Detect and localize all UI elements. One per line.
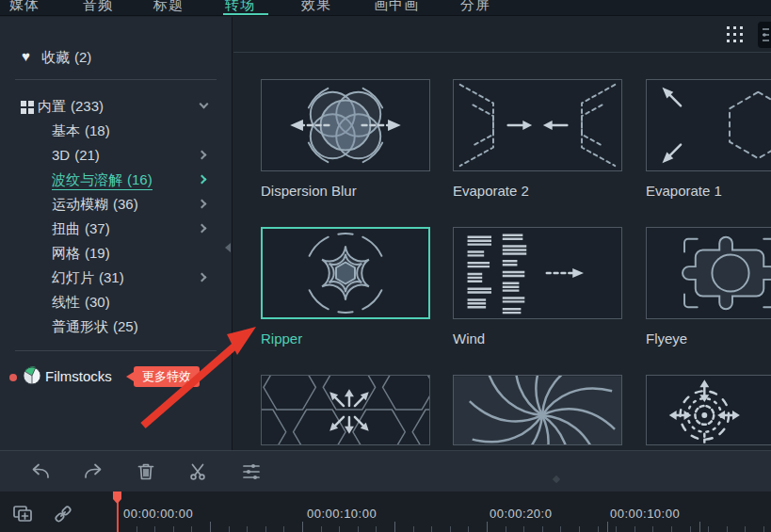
edit-toolbar xyxy=(0,450,771,492)
transition-thumb-dispersion-blur[interactable] xyxy=(261,79,430,171)
transition-thumb-evaporate-2[interactable] xyxy=(453,79,622,171)
chevron-right-icon[interactable] xyxy=(198,151,207,160)
sidebar-item-basic[interactable]: 基本(18) xyxy=(0,119,232,143)
transition-thumb-wind[interactable] xyxy=(453,227,622,319)
timecode-label: 00:00:10:00 xyxy=(307,507,377,521)
sidebar-item-favorites[interactable]: ♥ 收藏(2) xyxy=(0,45,232,70)
transition-label: Wind xyxy=(453,330,485,347)
partial-panel-button[interactable] xyxy=(758,22,771,48)
evaporate2-thumb-icon xyxy=(454,80,621,170)
transition-label: Evaporate 2 xyxy=(453,183,529,199)
ruler-major-tick xyxy=(302,522,303,532)
chevron-right-icon[interactable] xyxy=(198,175,207,185)
transition-thumb-hexagon-burst[interactable] xyxy=(261,375,430,445)
ruler-major-tick xyxy=(699,522,700,532)
more-effects-badge[interactable]: 更多特效 xyxy=(134,366,200,387)
ruler-major-tick xyxy=(607,522,608,532)
ruler-major-tick xyxy=(394,522,395,532)
tab-audio[interactable]: 音频 xyxy=(83,0,113,14)
ruler-major-tick xyxy=(210,522,211,532)
active-tab-underline xyxy=(223,13,268,15)
transition-thumb-flyeye[interactable] xyxy=(646,227,771,319)
heart-icon: ♥ xyxy=(22,48,30,64)
transition-thumb-radial-arrows[interactable] xyxy=(646,375,771,445)
transition-label: Flyeye xyxy=(646,330,687,347)
sidebar-item-ripple-dissolve[interactable]: 波纹与溶解(16) xyxy=(0,168,232,192)
sidebar-item-warp[interactable]: 扭曲(37) xyxy=(0,217,232,241)
transition-label: Dispersion Blur xyxy=(261,183,357,199)
swirl-thumb-icon xyxy=(454,376,621,445)
transition-thumb-evaporate-1[interactable] xyxy=(646,79,771,171)
wind-thumb-icon xyxy=(454,228,621,318)
redo-icon[interactable] xyxy=(81,459,105,484)
add-track-icon[interactable] xyxy=(10,503,35,525)
tab-splitscreen[interactable]: 分屏 xyxy=(460,0,490,14)
sidebar-item-grid[interactable]: 网格(19) xyxy=(0,241,232,266)
chevron-right-icon[interactable] xyxy=(198,273,207,282)
radial-arrows-thumb-icon xyxy=(647,376,771,445)
dispersion-blur-thumb-icon xyxy=(262,80,429,170)
timecode-label: 00:00:10:00 xyxy=(610,507,680,521)
ruler-minor-ticks xyxy=(118,526,771,532)
filmstocks-label: Filmstocks xyxy=(45,368,112,384)
sidebar-item-motion-blur[interactable]: 运动模糊(36) xyxy=(0,192,232,217)
grid-view-icon[interactable] xyxy=(727,26,743,42)
transition-thumb-swirl[interactable] xyxy=(453,375,622,445)
sidebar-item-linear[interactable]: 线性(30) xyxy=(0,290,232,314)
trash-icon[interactable] xyxy=(134,459,158,484)
timecode-label: 00:00:00:00 xyxy=(123,507,193,521)
partial-panel-icon xyxy=(762,27,769,42)
chevron-right-icon[interactable] xyxy=(198,224,207,234)
panel-header xyxy=(233,17,771,53)
sidebar-divider xyxy=(15,350,217,351)
tab-transitions[interactable]: 转场 xyxy=(225,0,255,14)
link-icon[interactable] xyxy=(52,503,74,525)
tab-pip[interactable]: 画中画 xyxy=(374,0,419,14)
scissors-icon[interactable] xyxy=(186,459,211,484)
ruler-major-tick xyxy=(487,522,488,532)
sidebar-item-3d[interactable]: 3D(21) xyxy=(0,143,232,168)
favorites-label: 收藏(2) xyxy=(41,49,91,67)
ripper-thumb-icon xyxy=(263,229,428,317)
adjust-sliders-icon[interactable] xyxy=(239,459,264,484)
category-sidebar: ♥ 收藏(2) 内置(233) 基本(18) 3D(21) 波纹与溶解(16) … xyxy=(0,17,233,450)
filmstocks-logo-icon xyxy=(23,366,41,385)
sidebar-item-slideshow[interactable]: 幻灯片(31) xyxy=(0,266,232,290)
evaporate1-thumb-icon xyxy=(647,80,771,170)
sidebar-item-common-shapes[interactable]: 普通形状(25) xyxy=(0,314,232,339)
tab-media[interactable]: 媒体 xyxy=(9,0,40,14)
chevron-right-icon[interactable] xyxy=(198,200,207,209)
undo-icon[interactable] xyxy=(28,459,53,484)
sidebar-item-filmstocks[interactable]: Filmstocks 更多特效 xyxy=(0,365,232,390)
timeline-ruler-bar[interactable]: 00:00:00:00 00:00:10:00 00:00:20:0 00:00… xyxy=(0,492,771,532)
sidebar-item-builtin[interactable]: 内置(233) xyxy=(0,94,232,119)
tab-titles[interactable]: 标题 xyxy=(153,0,184,14)
timecode-label: 00:00:20:0 xyxy=(490,507,552,521)
transition-label-ripper: Ripper xyxy=(261,330,302,347)
hexagon-burst-thumb-icon xyxy=(262,376,429,445)
transition-thumb-ripper[interactable] xyxy=(261,227,430,319)
builtin-grid-icon xyxy=(21,101,34,114)
notification-dot-icon xyxy=(9,374,17,381)
playhead-handle[interactable] xyxy=(113,492,121,504)
chevron-down-icon[interactable] xyxy=(200,100,209,109)
builtin-label: 内置(233) xyxy=(38,98,104,116)
sidebar-divider xyxy=(15,79,217,80)
transition-label: Evaporate 1 xyxy=(646,183,722,199)
tab-effects[interactable]: 效果 xyxy=(301,0,331,14)
top-tab-bar: 媒体 音频 标题 转场 效果 画中画 分屏 xyxy=(0,0,771,16)
transitions-grid-panel: Dispersion Blur Evaporate 2 xyxy=(233,17,771,450)
collapse-sidebar-arrow[interactable] xyxy=(225,243,231,252)
flyeye-thumb-icon xyxy=(647,228,771,318)
